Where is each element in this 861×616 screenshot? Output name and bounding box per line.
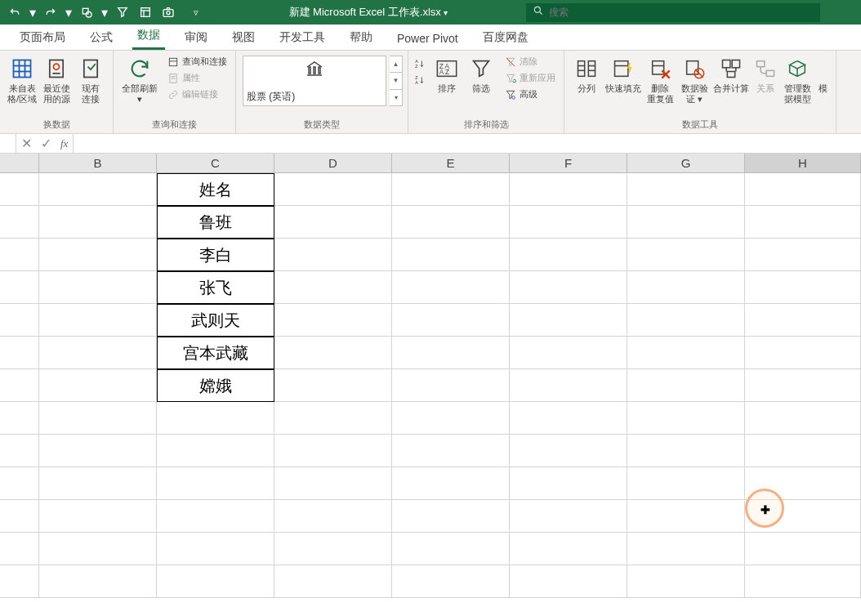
tab-公式[interactable]: 公式: [85, 25, 118, 50]
cell-D3[interactable]: [274, 239, 392, 271]
consolidate-button[interactable]: 合并计算: [712, 54, 751, 96]
cell-C5[interactable]: 武则天: [157, 304, 274, 337]
cell-F8[interactable]: [510, 402, 627, 435]
cell-F2[interactable]: [510, 206, 627, 239]
cell-H1[interactable]: [745, 173, 861, 206]
tab-视图[interactable]: 视图: [227, 25, 260, 50]
cell-F6[interactable]: [510, 337, 627, 369]
name-box[interactable]: [0, 134, 16, 153]
cell-E6[interactable]: [392, 337, 510, 369]
cell-H11[interactable]: [745, 500, 861, 533]
cell-E10[interactable]: [392, 467, 510, 500]
sort-asc-button[interactable]: AZ: [413, 57, 430, 70]
cell-C8[interactable]: [157, 402, 274, 435]
relationships-button[interactable]: 关系: [751, 54, 780, 96]
search-box[interactable]: [526, 3, 820, 22]
cell-H7[interactable]: [745, 369, 861, 402]
recent-sources-button[interactable]: 最近使用的源: [39, 54, 74, 106]
cell-F1[interactable]: [510, 173, 627, 206]
cell-H4[interactable]: [745, 271, 861, 304]
cell-B6[interactable]: [39, 337, 157, 369]
col-header-E[interactable]: E: [392, 154, 510, 173]
redo-dropdown[interactable]: ▾: [64, 2, 74, 22]
cell-G13[interactable]: [627, 565, 745, 598]
cell-H8[interactable]: [745, 402, 861, 435]
cell-H3[interactable]: [745, 239, 861, 271]
cell-G7[interactable]: [627, 369, 745, 402]
cell-G5[interactable]: [627, 304, 745, 337]
cell-F10[interactable]: [510, 467, 627, 500]
search-input[interactable]: [549, 7, 814, 18]
cell-H9[interactable]: [745, 435, 861, 467]
cell-F5[interactable]: [510, 304, 627, 337]
camera-icon[interactable]: [158, 2, 178, 22]
cell-G11[interactable]: [627, 500, 745, 533]
cell-E7[interactable]: [392, 369, 510, 402]
cell-D6[interactable]: [274, 337, 392, 369]
cell-F13[interactable]: [510, 565, 627, 598]
qat-shape-dropdown[interactable]: ▾: [100, 2, 109, 22]
cell-G4[interactable]: [627, 271, 745, 304]
stocks-scroll[interactable]: ▲▼▾: [390, 56, 403, 106]
cell-H10[interactable]: [745, 467, 861, 500]
cell-D10[interactable]: [274, 467, 392, 500]
cell-B12[interactable]: [39, 533, 157, 565]
cell-C9[interactable]: [157, 435, 274, 467]
cell-H2[interactable]: [745, 206, 861, 239]
tab-页面布局[interactable]: 页面布局: [15, 25, 70, 50]
undo-dropdown[interactable]: ▾: [28, 2, 38, 22]
cell-H12[interactable]: [745, 533, 861, 565]
tab-开发工具[interactable]: 开发工具: [274, 25, 330, 50]
cell-B7[interactable]: [39, 369, 157, 402]
cell-G1[interactable]: [627, 173, 745, 206]
cell-G3[interactable]: [627, 239, 745, 271]
cell-D8[interactable]: [274, 402, 392, 435]
cell-C2[interactable]: 鲁班: [157, 206, 274, 239]
spreadsheet-grid[interactable]: BCDEFGH 姓名鲁班李白张飞武则天宫本武藏嫦娥 ✚: [0, 154, 861, 598]
cell-B2[interactable]: [39, 206, 157, 239]
cell-E12[interactable]: [392, 533, 510, 565]
cell-E11[interactable]: [392, 500, 510, 533]
cell-G10[interactable]: [627, 467, 745, 500]
refresh-all-button[interactable]: 全部刷新▾: [118, 54, 161, 106]
sort-desc-button[interactable]: ZA: [413, 74, 430, 87]
cell-D13[interactable]: [274, 565, 392, 598]
cell-F3[interactable]: [510, 239, 627, 271]
cell-D1[interactable]: [274, 173, 392, 206]
form-icon[interactable]: [136, 2, 155, 22]
cell-B3[interactable]: [39, 239, 157, 271]
cell-B1[interactable]: [39, 173, 157, 206]
cell-H13[interactable]: [745, 565, 861, 598]
cell-D5[interactable]: [274, 304, 392, 337]
cell-E9[interactable]: [392, 435, 510, 467]
col-header-stub[interactable]: [0, 154, 39, 173]
cell-F12[interactable]: [510, 533, 627, 565]
cell-D9[interactable]: [274, 435, 392, 467]
cell-G2[interactable]: [627, 206, 745, 239]
undo-button[interactable]: [5, 2, 25, 22]
cancel-icon[interactable]: ✕: [16, 134, 36, 153]
cell-D7[interactable]: [274, 369, 392, 402]
from-table-range-button[interactable]: 来自表格/区域: [5, 54, 39, 106]
cell-E8[interactable]: [392, 402, 510, 435]
cell-D11[interactable]: [274, 500, 392, 533]
cell-G8[interactable]: [627, 402, 745, 435]
cell-E3[interactable]: [392, 239, 510, 271]
existing-connections-button[interactable]: 现有连接: [74, 54, 108, 106]
stocks-selector[interactable]: 股票 (英语): [243, 56, 386, 106]
tab-百度网盘[interactable]: 百度网盘: [478, 25, 533, 50]
cell-D4[interactable]: [274, 271, 392, 304]
col-header-D[interactable]: D: [274, 154, 392, 173]
cell-D12[interactable]: [274, 533, 392, 565]
cell-G6[interactable]: [627, 337, 745, 369]
col-header-G[interactable]: G: [627, 154, 745, 173]
cell-C3[interactable]: 李白: [157, 239, 274, 271]
cell-H6[interactable]: [745, 337, 861, 369]
redo-button[interactable]: [41, 2, 60, 22]
cell-B4[interactable]: [39, 271, 157, 304]
sort-button[interactable]: Z AA Z 排序: [430, 54, 464, 96]
cell-C12[interactable]: [157, 533, 274, 565]
queries-connections-button[interactable]: 查询和连接: [164, 54, 230, 69]
tab-审阅[interactable]: 审阅: [180, 25, 212, 50]
column-headers[interactable]: BCDEFGH: [0, 154, 861, 173]
